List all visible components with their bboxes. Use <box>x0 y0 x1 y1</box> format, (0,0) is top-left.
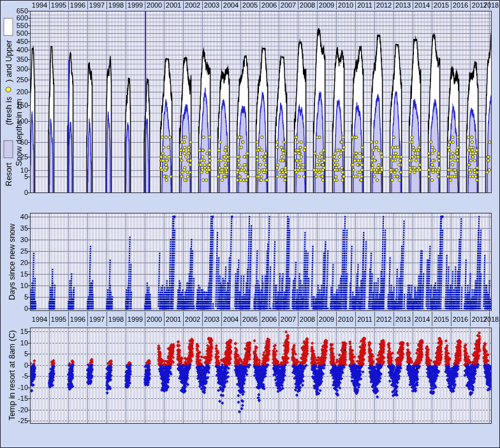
axis-label-temp: Temp in resort at 8am (C) <box>8 330 17 421</box>
axis-label-snow-depths: Snow depths in cm <box>15 99 24 166</box>
snow-history-chart: Resort (fresh is ) and Upper Snow depths… <box>0 0 500 448</box>
upper-color-swatch <box>4 18 13 36</box>
resort-label: Resort <box>4 163 13 186</box>
axis-label-snow-legend: Resort (fresh is ) and Upper <box>4 18 13 186</box>
fresh-label-suffix: ) and Upper <box>4 40 13 82</box>
fresh-label-prefix: (fresh is <box>4 97 13 125</box>
axis-label-days-since-snow: Days since new snow <box>8 224 17 300</box>
resort-color-swatch <box>4 140 13 158</box>
chart-canvas <box>0 0 500 448</box>
fresh-snow-dot-icon <box>6 87 11 92</box>
